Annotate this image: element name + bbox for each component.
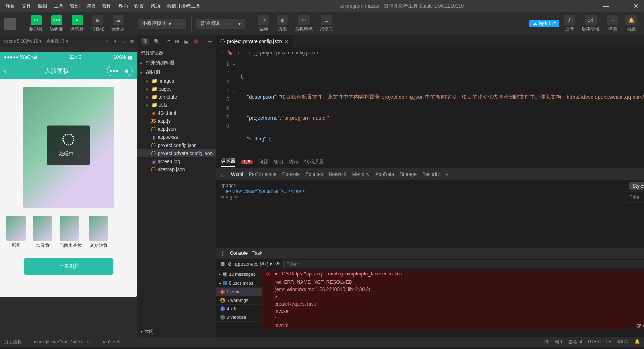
bc-back-icon[interactable]: ←	[237, 50, 242, 56]
menu-file[interactable]: 文件	[19, 2, 34, 10]
eye-icon[interactable]: 👁	[275, 261, 280, 267]
subtab-console[interactable]: Console	[230, 250, 248, 256]
bc-bookmark-icon[interactable]: 🔖	[227, 50, 233, 56]
menu-wechat-devtools[interactable]: 微信开发者工具	[164, 2, 203, 10]
project-root[interactable]: ▾AI识别	[137, 68, 216, 77]
thumb-egypt[interactable]: 埃及妆	[33, 216, 52, 248]
open-editors-section[interactable]: ▸打开的编辑器	[137, 58, 216, 68]
file-appjs[interactable]: JSapp.js	[137, 117, 216, 125]
split-icon[interactable]: ⊞	[175, 39, 179, 44]
wxml-tree[interactable]: <page> ▶<view class="container">…</view>…	[216, 180, 625, 248]
tab-problems[interactable]: 问题	[258, 159, 268, 165]
collapse-icon[interactable]: ⇥	[208, 39, 212, 44]
extensions-icon[interactable]: ▣	[184, 39, 188, 44]
compile-dropdown[interactable]: 普通编译▾	[196, 19, 245, 29]
upload-button[interactable]: ⤴上传	[560, 14, 578, 33]
devtab-console[interactable]: Console	[282, 171, 300, 177]
folder-utils[interactable]: ▸📁utils	[137, 101, 216, 109]
menu-settings[interactable]: 设置	[132, 2, 147, 10]
visual-toggle[interactable]: ⊞可视化	[88, 14, 107, 33]
mode-dropdown[interactable]: 小程序模式▾	[138, 19, 186, 29]
console-clear-icon[interactable]: ⊘	[228, 261, 232, 267]
cloud-toggle[interactable]: ☁云开发	[108, 14, 128, 33]
sim-external-icon[interactable]: ⧉	[130, 39, 134, 44]
devtab-appdata[interactable]: AppData	[375, 171, 394, 177]
tab-terminal[interactable]: 终端	[289, 159, 299, 165]
tab-close-icon[interactable]: ✕	[285, 39, 289, 44]
msgs-warnings[interactable]: ▲5 warnings	[216, 296, 262, 305]
bc-lines-icon[interactable]: ≡	[220, 50, 223, 56]
devtab-memory[interactable]: Memory	[352, 171, 369, 177]
devtab-sources[interactable]: Sources	[305, 171, 323, 177]
device-select[interactable]: Nexus 5 100% 16 ▾	[3, 39, 42, 44]
devtab-storage[interactable]: Storage	[400, 171, 417, 177]
message-button[interactable]: 🔔消息	[622, 14, 640, 33]
cursor-pos[interactable]: 行 1, 列 1	[544, 339, 563, 345]
menu-project[interactable]: 项目	[3, 2, 18, 10]
file-404[interactable]: ◆404.html	[137, 109, 216, 117]
file-screen[interactable]: ▣screen.jpg	[137, 157, 216, 165]
tab-debugger[interactable]: 调试器	[221, 157, 235, 167]
thumb-brazil[interactable]: 巴西土著妆	[60, 216, 82, 248]
editor-tab[interactable]: { } project.private.config.json ✕	[216, 35, 292, 47]
devtab-more-icon[interactable]: »	[445, 171, 448, 177]
msgs-user[interactable]: ▸👤6 user mess...	[216, 279, 262, 288]
menu-tools[interactable]: 工具	[52, 2, 66, 10]
folder-template[interactable]: ▸📁template	[137, 93, 216, 101]
devtab-wxml[interactable]: Wxml	[231, 171, 243, 177]
devtab-performance[interactable]: Performance	[249, 171, 277, 177]
code-editor[interactable]: 12345678 ⌄⌄ { "description": "项目私有配置文件。此…	[216, 58, 644, 156]
preview-button[interactable]: ◉预览	[273, 14, 291, 33]
menu-interface[interactable]: 界面	[116, 2, 130, 10]
detail-button[interactable]: ⋯详情	[604, 14, 621, 33]
editor-toggle[interactable]: </>编辑器	[47, 14, 66, 33]
scope-select[interactable]: appservice (#7) ▾	[235, 261, 272, 267]
debugger-toggle[interactable]: ≡调试器	[67, 14, 87, 33]
menu-help[interactable]: 帮助	[148, 2, 163, 10]
console-messages[interactable]: ⓧ▼POST https://api.ai.qq.com/fcgi-bin/pt…	[262, 270, 644, 337]
sim-phone-icon[interactable]: ▭	[122, 39, 126, 44]
tab-output[interactable]: 输出	[274, 159, 283, 165]
version-button[interactable]: ⎇版本管理	[579, 14, 603, 33]
page-path[interactable]: pages/pictureDetail/index	[33, 339, 83, 344]
thumb-original[interactable]: 原图	[6, 216, 26, 248]
menu-goto[interactable]: 转到	[68, 2, 82, 10]
inspect-icon[interactable]: ⬚	[221, 171, 225, 177]
bc-forward-icon[interactable]: →	[246, 50, 251, 56]
maximize-icon[interactable]: ❐	[616, 3, 626, 9]
remote-debug-button[interactable]: ⚙真机调试	[292, 14, 316, 33]
close-icon[interactable]: ✕	[631, 3, 641, 9]
compile-button[interactable]: ⟳编译	[255, 14, 272, 33]
indent-setting[interactable]: 空格: 4	[568, 339, 582, 345]
console-menu-icon[interactable]: ⋮	[220, 250, 225, 256]
subtab-task[interactable]: Task	[252, 250, 262, 256]
sim-refresh-icon[interactable]: ⟳	[105, 39, 109, 44]
upload-image-button[interactable]: 上传图片	[24, 258, 113, 275]
explorer-more-icon[interactable]: ⋯	[207, 50, 212, 56]
copy-path-icon[interactable]: ⧉	[87, 339, 90, 345]
msgs-info[interactable]: i4 info	[216, 305, 262, 313]
outline-section[interactable]: ▸ 大纲	[137, 326, 216, 337]
msgs-all[interactable]: ▸✉12 messages	[216, 270, 262, 279]
search-icon[interactable]: 🔍	[154, 39, 160, 44]
menu-view[interactable]: 视图	[100, 2, 114, 10]
file-projpriv[interactable]: { }project.private.config.json	[137, 149, 216, 157]
file-appwxss[interactable]: ▮app.wxss	[137, 133, 216, 141]
language-mode[interactable]: JSON	[617, 339, 629, 345]
thumb-cinderella[interactable]: 灰姑娘妆	[89, 216, 108, 248]
sim-record-icon[interactable]: ●	[114, 39, 117, 44]
simulator-toggle[interactable]: ▭模拟器	[26, 14, 46, 33]
user-avatar[interactable]	[4, 18, 16, 30]
styletab-styles[interactable]: Styles	[629, 182, 644, 190]
branch-icon[interactable]: ⎇	[165, 39, 170, 44]
devtab-security[interactable]: Security	[422, 171, 440, 177]
folder-pages[interactable]: ▸📁pages	[137, 85, 216, 93]
capsule-menu-icon[interactable]: ●●●	[107, 66, 120, 76]
console-sidebar-icon[interactable]: ▤	[220, 261, 225, 267]
console-filter-input[interactable]	[283, 260, 644, 268]
tab-quality[interactable]: 代码质量	[304, 159, 324, 165]
notifications-icon[interactable]: 🔔	[634, 339, 640, 345]
eol[interactable]: LF	[606, 339, 611, 345]
encoding[interactable]: UTF-8	[588, 339, 601, 345]
capsule-close-icon[interactable]: ◉	[120, 66, 133, 76]
